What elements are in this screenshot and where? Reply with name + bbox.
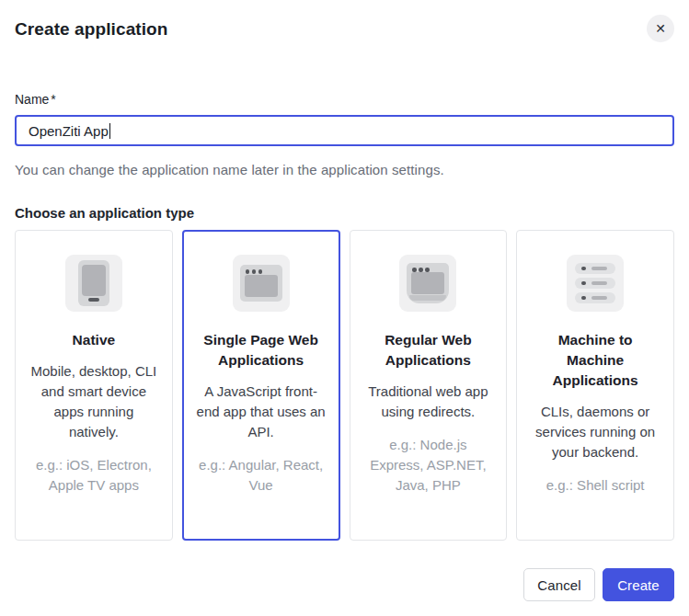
name-input[interactable]: OpenZiti App bbox=[15, 115, 674, 146]
card-example: e.g.: Node.js Express, ASP.NET, Java, PH… bbox=[363, 435, 494, 496]
card-description: Mobile, desktop, CLI and smart device ap… bbox=[29, 361, 159, 442]
name-helper-text: You can change the application name late… bbox=[15, 162, 674, 177]
close-button[interactable]: ✕ bbox=[647, 15, 674, 42]
card-description: Traditional web app using redirects. bbox=[363, 382, 494, 422]
required-marker: * bbox=[51, 92, 55, 107]
card-example: e.g.: Angular, React, Vue bbox=[196, 455, 327, 496]
app-type-card-regular-web[interactable]: Regular Web Applications Traditional web… bbox=[350, 230, 508, 541]
card-example: e.g.: Shell script bbox=[546, 475, 645, 496]
card-description: A JavaScript front-end app that uses an … bbox=[196, 382, 327, 442]
text-caret bbox=[109, 123, 110, 139]
card-description: CLIs, daemons or services running on you… bbox=[530, 402, 660, 462]
dialog-footer: Cancel Create bbox=[15, 568, 674, 601]
card-title: Native bbox=[73, 330, 116, 350]
choose-type-label: Choose an application type bbox=[15, 205, 674, 221]
close-icon: ✕ bbox=[655, 22, 666, 35]
phone-icon bbox=[65, 255, 122, 312]
card-title: Machine to Machine Applications bbox=[530, 330, 660, 391]
app-type-card-list: Native Mobile, desktop, CLI and smart de… bbox=[15, 230, 674, 541]
app-type-card-native[interactable]: Native Mobile, desktop, CLI and smart de… bbox=[15, 230, 173, 541]
browser-window-icon bbox=[233, 255, 290, 312]
cancel-button[interactable]: Cancel bbox=[523, 568, 595, 601]
app-type-card-machine-to-machine[interactable]: Machine to Machine Applications CLIs, da… bbox=[516, 230, 674, 541]
card-example: e.g.: iOS, Electron, Apple TV apps bbox=[29, 455, 159, 496]
dialog-title: Create application bbox=[15, 15, 168, 40]
name-field-label: Name* bbox=[15, 92, 674, 107]
card-title: Single Page Web Applications bbox=[196, 330, 327, 371]
dialog-header: Create application ✕ bbox=[15, 15, 674, 42]
card-title: Regular Web Applications bbox=[363, 330, 494, 371]
name-input-value: OpenZiti App bbox=[29, 123, 109, 139]
create-application-dialog: Create application ✕ Name* OpenZiti App … bbox=[0, 0, 689, 616]
create-button[interactable]: Create bbox=[603, 568, 674, 601]
app-type-card-single-page-web[interactable]: Single Page Web Applications A JavaScrip… bbox=[182, 230, 340, 541]
server-stack-icon bbox=[567, 255, 624, 312]
web-server-window-icon bbox=[399, 255, 456, 312]
